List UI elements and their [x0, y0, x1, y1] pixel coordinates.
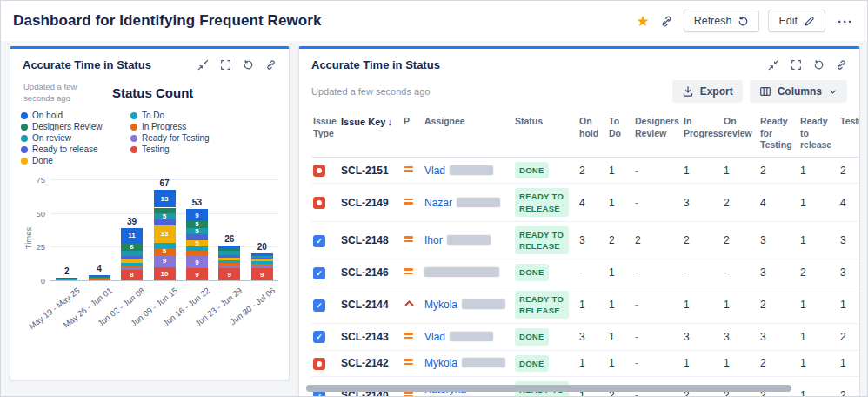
fullscreen-icon[interactable] [220, 59, 231, 71]
horizontal-scrollbar-thumb[interactable] [306, 385, 791, 392]
bar-segment-on-review[interactable]: 5 [186, 228, 208, 235]
bar-segment-done[interactable]: 13 [154, 225, 176, 243]
issue-key-link[interactable]: SCL-2142 [341, 357, 389, 369]
bar-segment-on-hold[interactable] [251, 253, 273, 255]
column-header-assignee[interactable]: Assignee [423, 111, 513, 157]
legend-item[interactable]: Ready for Testing [130, 132, 210, 144]
columns-button[interactable]: Columns [750, 80, 847, 103]
bar-segment-on-hold[interactable] [56, 278, 77, 279]
link-gadget-icon[interactable] [836, 59, 847, 71]
export-button[interactable]: Export [672, 80, 743, 103]
legend-item[interactable]: On review [21, 132, 130, 144]
bar-segment-ready-to-release[interactable] [251, 258, 273, 259]
bar-segment-ready-for-testing[interactable] [218, 266, 240, 268]
bar-segment-to-do[interactable] [154, 243, 176, 248]
assignee-link[interactable]: Ihor [424, 234, 443, 246]
issue-key-link[interactable]: SCL-2143 [341, 331, 389, 343]
issue-key-link[interactable]: SCL-2149 [341, 197, 389, 209]
bar-segment-on-review[interactable] [251, 256, 273, 258]
column-header-designers-review[interactable]: Designers Review [633, 111, 682, 157]
bar-segment-designers-review[interactable] [218, 248, 240, 251]
bar-segment-to-do[interactable] [56, 279, 77, 280]
link-gadget-icon[interactable] [265, 59, 277, 71]
favorite-star-icon[interactable]: ★ [636, 14, 649, 29]
bar-segment-ready-to-release[interactable] [121, 256, 143, 259]
bar-segment-on-hold[interactable]: 11 [121, 228, 143, 243]
bar-segment-on-hold[interactable] [89, 275, 110, 277]
fullscreen-icon[interactable] [791, 59, 802, 71]
column-header-ready-to-release[interactable]: Ready to release [798, 111, 838, 157]
bar-segment-designers-review[interactable]: 5 [186, 221, 208, 228]
bar-segment-testing[interactable]: 9 [251, 268, 273, 280]
more-actions-button[interactable]: ··· [834, 12, 857, 30]
column-header-in-progress[interactable]: In Progress [682, 111, 722, 157]
bar-segment-ready-for-testing[interactable] [121, 267, 143, 270]
bar-segment-ready-for-testing[interactable]: 9 [186, 256, 208, 268]
legend-item[interactable]: Ready to release [21, 144, 130, 155]
assignee-link[interactable]: Mykola [424, 299, 457, 311]
bar-segment-done[interactable]: 5 [186, 240, 208, 247]
bar-segment-designers-review[interactable] [251, 255, 273, 257]
bar-segment-on-review[interactable]: 5 [154, 213, 176, 220]
legend-item[interactable]: On hold [21, 110, 130, 121]
bar-segment-in-progress[interactable] [186, 251, 208, 256]
refresh-gadget-icon[interactable] [813, 59, 825, 71]
column-header-testing[interactable]: Testing [838, 111, 860, 157]
edit-button[interactable]: Edit [768, 10, 825, 32]
bar-segment-to-do[interactable] [186, 246, 208, 251]
bar-segment-done[interactable] [218, 258, 240, 260]
bar-segment-testing[interactable]: 9 [218, 268, 240, 280]
bar-segment-designers-review[interactable]: 6 [121, 243, 143, 251]
bar-segment-on-hold[interactable] [218, 246, 240, 248]
bar-segment-on-hold[interactable]: 13 [154, 190, 176, 207]
bar-segment-testing[interactable]: 9 [186, 268, 208, 280]
bar-segment-to-do[interactable] [89, 278, 110, 279]
collapse-icon[interactable] [768, 59, 779, 71]
bar-segment-on-review[interactable] [218, 251, 240, 255]
column-header-p[interactable]: P [402, 111, 423, 157]
column-header-issue-key[interactable]: Issue Key↓ [339, 111, 402, 157]
issue-key-link[interactable]: SCL-2146 [341, 266, 389, 279]
bar-segment-ready-to-release[interactable] [186, 234, 208, 239]
issue-key-link[interactable]: SCL-2144 [341, 299, 389, 311]
assignee-link[interactable]: Mykola [424, 357, 457, 369]
bar-segment-ready-to-release[interactable] [218, 255, 240, 258]
bar-segment-in-progress[interactable]: 5 [154, 248, 176, 255]
bar-segment-in-progress[interactable] [89, 279, 110, 280]
column-header-to-do[interactable]: To Do [607, 111, 633, 157]
bar-segment-designers-review[interactable] [154, 208, 176, 213]
bar-segment-ready-for-testing[interactable]: 9 [154, 255, 176, 267]
legend-item[interactable]: Designers Review [21, 121, 130, 132]
bar-segment-designers-review[interactable] [89, 276, 110, 278]
column-header-status[interactable]: Status [513, 111, 578, 157]
bar-segment-ready-for-testing[interactable] [251, 266, 273, 268]
bar-segment-testing[interactable]: 8 [121, 270, 143, 280]
bar-segment-to-do[interactable] [251, 261, 273, 264]
bar-segment-in-progress[interactable] [218, 263, 240, 266]
legend-item[interactable]: In Progress [130, 121, 210, 132]
issue-key-link[interactable]: SCL-2148 [341, 234, 389, 246]
legend-item[interactable]: To Do [130, 110, 210, 121]
share-link-icon[interactable] [658, 13, 675, 30]
bar-segment-to-do[interactable] [121, 263, 143, 266]
assignee-link[interactable]: Nazar [424, 197, 452, 209]
column-header-issue-type[interactable]: Issue Type [311, 111, 339, 157]
collapse-icon[interactable] [197, 59, 209, 71]
refresh-button[interactable]: Refresh [684, 10, 760, 32]
issue-key-link[interactable]: SCL-2151 [341, 165, 389, 177]
bar-segment-testing[interactable]: 10 [154, 267, 176, 280]
refresh-gadget-icon[interactable] [243, 59, 254, 71]
assignee-link[interactable]: Vlad [424, 165, 445, 177]
assignee-link[interactable]: Vlad [424, 331, 445, 343]
bar-segment-on-review[interactable] [121, 251, 143, 256]
bar-segment-done[interactable] [251, 259, 273, 261]
bar-segment-in-progress[interactable] [121, 266, 143, 267]
bar-segment-to-do[interactable] [218, 260, 240, 263]
bar-segment-done[interactable] [121, 259, 143, 263]
column-header-on-review[interactable]: On review [722, 111, 758, 157]
bar-segment-on-hold[interactable]: 9 [186, 209, 208, 221]
column-header-ready-for-testing[interactable]: Ready for Testing [758, 111, 798, 157]
legend-item[interactable]: Done [21, 155, 130, 166]
legend-item[interactable]: Testing [130, 144, 210, 155]
column-header-on-hold[interactable]: On hold [578, 111, 607, 157]
